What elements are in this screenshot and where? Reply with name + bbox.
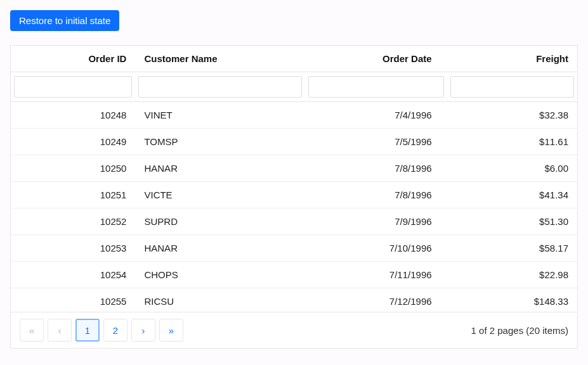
- data-grid: Order ID Customer Name Order Date Freigh…: [10, 45, 578, 349]
- filter-order-date[interactable]: [308, 76, 443, 98]
- cell-order-date: 7/4/1996: [305, 102, 447, 129]
- grid-scroll-area[interactable]: Order ID Customer Name Order Date Freigh…: [11, 46, 577, 312]
- cell-order-date: 7/9/1996: [305, 208, 447, 235]
- pager-page-1[interactable]: 1: [75, 319, 100, 342]
- filter-order-id[interactable]: [14, 76, 132, 98]
- cell-order-id: 10250: [11, 155, 135, 182]
- cell-order-date: 7/8/1996: [305, 155, 447, 182]
- pager-next-button[interactable]: ›: [131, 319, 155, 342]
- cell-freight: $148.33: [447, 288, 577, 312]
- chevrons-right-icon: »: [169, 325, 174, 336]
- pager-last-button[interactable]: »: [159, 319, 183, 342]
- cell-order-id: 10254: [11, 262, 135, 288]
- cell-order-date: 7/10/1996: [305, 235, 447, 262]
- cell-customer-name: VICTE: [135, 182, 305, 208]
- cell-freight: $6.00: [447, 155, 577, 182]
- table-row[interactable]: 10248VINET7/4/1996$32.38: [11, 102, 577, 129]
- table-row[interactable]: 10252SUPRD7/9/1996$51.30: [11, 208, 577, 235]
- cell-freight: $11.61: [447, 129, 577, 155]
- cell-freight: $22.98: [447, 262, 577, 288]
- cell-freight: $41.34: [447, 182, 577, 208]
- cell-order-id: 10251: [11, 182, 135, 208]
- table-row[interactable]: 10253HANAR7/10/1996$58.17: [11, 235, 577, 262]
- filter-row: [11, 72, 577, 102]
- pager-page-2[interactable]: 2: [103, 319, 127, 342]
- chevrons-left-icon: «: [29, 325, 34, 336]
- cell-customer-name: VINET: [135, 102, 305, 129]
- table-row[interactable]: 10254CHOPS7/11/1996$22.98: [11, 262, 577, 288]
- cell-order-id: 10252: [11, 208, 135, 235]
- cell-freight: $51.30: [447, 208, 577, 235]
- cell-order-id: 10248: [11, 102, 135, 129]
- cell-customer-name: HANAR: [135, 235, 305, 262]
- table-row[interactable]: 10255RICSU7/12/1996$148.33: [11, 288, 577, 312]
- header-order-date[interactable]: Order Date: [305, 46, 447, 72]
- pager-info: 1 of 2 pages (20 items): [471, 325, 568, 336]
- cell-customer-name: RICSU: [135, 288, 305, 312]
- restore-button[interactable]: Restore to initial state: [10, 10, 119, 31]
- cell-order-date: 7/12/1996: [305, 288, 447, 312]
- cell-freight: $32.38: [447, 102, 577, 129]
- header-row: Order ID Customer Name Order Date Freigh…: [11, 46, 577, 72]
- pager: « ‹ 12 › » 1 of 2 pages (20 items): [11, 312, 577, 348]
- chevron-left-icon: ‹: [58, 325, 62, 336]
- cell-order-date: 7/5/1996: [305, 129, 447, 155]
- filter-customer-name[interactable]: [138, 76, 302, 98]
- table-row[interactable]: 10251VICTE7/8/1996$41.34: [11, 182, 577, 208]
- cell-order-id: 10249: [11, 129, 135, 155]
- header-order-id[interactable]: Order ID: [11, 46, 135, 72]
- cell-order-id: 10255: [11, 288, 135, 312]
- cell-customer-name: HANAR: [135, 155, 305, 182]
- cell-customer-name: CHOPS: [135, 262, 305, 288]
- pager-prev-button[interactable]: ‹: [48, 319, 72, 342]
- table-row[interactable]: 10250HANAR7/8/1996$6.00: [11, 155, 577, 182]
- chevron-right-icon: ›: [142, 325, 145, 336]
- cell-customer-name: TOMSP: [135, 129, 305, 155]
- cell-order-id: 10253: [11, 235, 135, 262]
- header-freight[interactable]: Freight: [447, 46, 577, 72]
- header-customer-name[interactable]: Customer Name: [135, 46, 305, 72]
- cell-order-date: 7/8/1996: [305, 182, 447, 208]
- cell-order-date: 7/11/1996: [305, 262, 447, 288]
- pager-first-button[interactable]: «: [20, 319, 44, 342]
- cell-freight: $58.17: [447, 235, 577, 262]
- filter-freight[interactable]: [450, 76, 574, 98]
- cell-customer-name: SUPRD: [135, 208, 305, 235]
- table-row[interactable]: 10249TOMSP7/5/1996$11.61: [11, 129, 577, 155]
